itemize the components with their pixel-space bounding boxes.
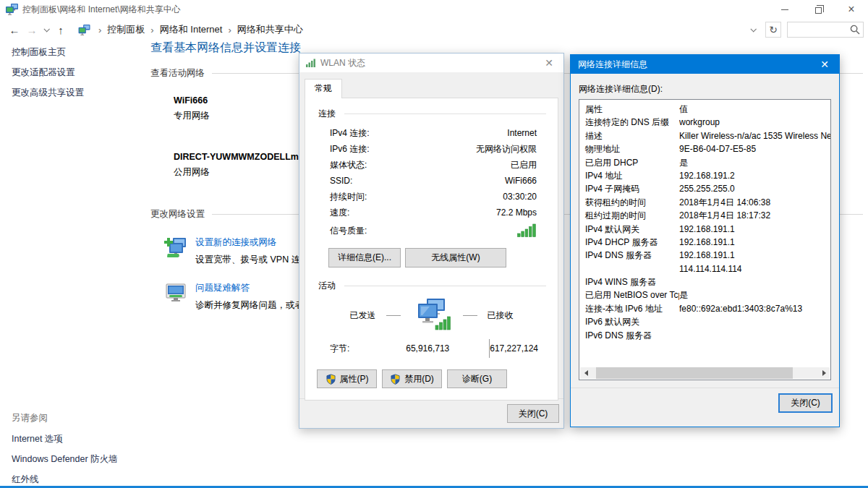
details-row: IPv4 默认网关 192.168.191.1 bbox=[579, 223, 830, 236]
property-cell: 连接-本地 IPv6 地址 bbox=[579, 302, 679, 315]
value-cell bbox=[679, 329, 830, 342]
diagnose-button[interactable]: 诊断(G) bbox=[447, 369, 507, 388]
wlan-status-dialog: WLAN 状态 ✕ 常规 连接 IPv4 连接: Internet bbox=[299, 53, 564, 429]
wireless-properties-button[interactable]: 无线属性(W) bbox=[405, 248, 506, 267]
details-row: IPv4 地址 192.168.191.2 bbox=[579, 169, 830, 182]
details-row: 租约过期的时间 2018年1月4日 18:17:32 bbox=[579, 209, 830, 222]
details-dialog-title: 网络连接详细信息 bbox=[578, 59, 647, 71]
details-list-label: 网络连接详细信息(D): bbox=[579, 83, 831, 95]
details-close-button[interactable]: 关闭(C) bbox=[778, 393, 833, 413]
value-cell: 是 bbox=[679, 288, 830, 301]
details-listbox: 属性 值 连接特定的 DNS 后缀 workgroup 描述 Killer Wi… bbox=[579, 99, 831, 380]
tab-general[interactable]: 常规 bbox=[305, 79, 342, 98]
property-cell: IPv4 默认网关 bbox=[579, 223, 679, 236]
breadcrumb-item[interactable]: 控制面板 bbox=[107, 23, 145, 36]
value-cell: fe80::692a:ebd1:3403:8c7a%13 bbox=[679, 302, 830, 315]
wlan-close-icon[interactable]: ✕ bbox=[535, 53, 563, 72]
address-bar[interactable]: ›控制面板 ›网络和 Internet ›网络和共享中心 bbox=[74, 21, 764, 38]
wlan-close-button[interactable]: 关闭(C) bbox=[507, 404, 559, 423]
details-row: IPv6 默认网关 bbox=[579, 315, 830, 328]
search-input[interactable] bbox=[791, 24, 850, 35]
activity-group-header: 活动 bbox=[318, 280, 546, 292]
see-also-section: 另请参阅 Internet 选项 Windows Defender 防火墙 红外… bbox=[12, 412, 118, 488]
close-icon: × bbox=[848, 4, 854, 15]
value-column-header: 值 bbox=[679, 103, 830, 116]
stat-row: 媒体状态: 已启用 bbox=[330, 157, 537, 173]
scrollbar-track[interactable] bbox=[592, 367, 818, 379]
value-cell: 192.168.191.1 bbox=[679, 249, 830, 262]
recent-pages-chevron-icon[interactable] bbox=[41, 27, 52, 32]
property-cell: IPv4 地址 bbox=[579, 169, 679, 182]
details-row: 连接特定的 DNS 后缀 workgroup bbox=[579, 116, 830, 129]
see-also-link[interactable]: 红外线 bbox=[12, 474, 118, 486]
troubleshoot-icon bbox=[163, 282, 188, 305]
value-cell bbox=[679, 315, 830, 328]
task-new-connection-link[interactable]: 设置新的连接或网络 bbox=[195, 236, 312, 249]
minimize-button[interactable] bbox=[768, 0, 801, 19]
stat-row: 速度: 72.2 Mbps bbox=[330, 205, 537, 221]
details-button[interactable]: 详细信息(E)... bbox=[328, 248, 401, 267]
value-cell: 192.168.191.1 bbox=[679, 223, 830, 236]
breadcrumb-item[interactable]: 网络和 Internet bbox=[160, 23, 223, 36]
dash-line bbox=[463, 315, 477, 316]
horizontal-scrollbar[interactable] bbox=[580, 367, 830, 379]
received-label: 已接收 bbox=[488, 309, 514, 322]
forward-button[interactable]: → bbox=[23, 24, 41, 36]
stat-value: 03:30:20 bbox=[503, 192, 537, 202]
sidebar-item[interactable]: 更改适配器设置 bbox=[12, 67, 142, 79]
address-dropdown-icon[interactable] bbox=[745, 27, 761, 32]
stat-label: SSID: bbox=[330, 176, 352, 186]
refresh-button[interactable]: ↻ bbox=[765, 22, 781, 38]
scroll-left-arrow-icon[interactable] bbox=[580, 367, 592, 379]
back-button[interactable]: ← bbox=[6, 24, 23, 36]
breadcrumb-separator-icon: › bbox=[98, 25, 101, 35]
connection-group-header: 连接 bbox=[318, 108, 546, 120]
window-title: 控制面板\网络和 Internet\网络和共享中心 bbox=[22, 4, 181, 16]
see-also-link[interactable]: Internet 选项 bbox=[12, 433, 118, 445]
see-also-link[interactable]: Windows Defender 防火墙 bbox=[12, 453, 118, 466]
scroll-right-arrow-icon[interactable] bbox=[818, 367, 830, 379]
scrollbar-thumb[interactable] bbox=[596, 367, 793, 379]
wlan-detail-buttons: 详细信息(E)... 无线属性(W) bbox=[328, 248, 558, 267]
disable-button[interactable]: 禁用(D) bbox=[382, 369, 442, 388]
property-cell: 租约过期的时间 bbox=[579, 209, 679, 222]
property-cell: 已启用 NetBIOS over Tcpip bbox=[579, 288, 679, 301]
network-details-dialog: 网络连接详细信息 ✕ 网络连接详细信息(D): 属性 值 连接特定的 DNS 后… bbox=[570, 54, 840, 427]
restore-button[interactable] bbox=[801, 0, 835, 19]
value-cell: Killer Wireless-n/a/ac 1535 Wireless Net… bbox=[679, 129, 830, 142]
value-cell: workgroup bbox=[679, 116, 830, 129]
property-cell: IPv6 DNS 服务器 bbox=[579, 329, 679, 342]
stat-row: IPv4 连接: Internet bbox=[330, 125, 537, 141]
task-new-connection-desc: 设置宽带、拨号或 VPN 连接; bbox=[195, 254, 312, 266]
breadcrumb-item[interactable]: 网络和共享中心 bbox=[237, 23, 303, 36]
sidebar-item[interactable]: 更改高级共享设置 bbox=[12, 87, 142, 99]
search-box bbox=[787, 22, 864, 38]
connection-stats: IPv4 连接: Internet IPv6 连接: 无网络访问权限 媒体状态:… bbox=[330, 125, 537, 221]
property-cell: 已启用 DHCP bbox=[579, 156, 679, 169]
property-cell: IPv6 默认网关 bbox=[579, 315, 679, 328]
property-cell bbox=[579, 262, 679, 275]
new-connection-icon bbox=[163, 236, 188, 260]
stat-value: 无网络访问权限 bbox=[476, 143, 537, 155]
details-row: IPv6 DNS 服务器 bbox=[579, 329, 830, 342]
value-cell bbox=[679, 275, 830, 288]
stat-value: 已启用 bbox=[511, 159, 537, 171]
property-column-header: 属性 bbox=[579, 103, 679, 116]
close-button[interactable]: × bbox=[835, 0, 868, 19]
stat-row: 持续时间: 03:30:20 bbox=[330, 189, 537, 205]
bytes-received-value: 617,227,124 bbox=[490, 343, 538, 354]
property-cell: 物理地址 bbox=[579, 142, 679, 155]
activity-group-label: 活动 bbox=[318, 280, 336, 292]
up-button[interactable]: ↑ bbox=[52, 24, 69, 36]
bytes-sent-value: 65,916,713 bbox=[370, 343, 450, 354]
sidebar-item[interactable]: 控制面板主页 bbox=[12, 46, 142, 59]
properties-button[interactable]: 属性(P) bbox=[317, 369, 377, 388]
minimize-icon bbox=[781, 9, 788, 10]
see-also-header: 另请参阅 bbox=[12, 412, 118, 424]
restore-icon bbox=[815, 7, 822, 14]
details-row: 获得租约的时间 2018年1月4日 14:06:38 bbox=[579, 196, 830, 209]
details-close-icon[interactable]: ✕ bbox=[810, 55, 839, 74]
group-divider bbox=[344, 286, 546, 286]
activity-computers-icon bbox=[411, 298, 453, 333]
window-controls: × bbox=[768, 0, 868, 19]
